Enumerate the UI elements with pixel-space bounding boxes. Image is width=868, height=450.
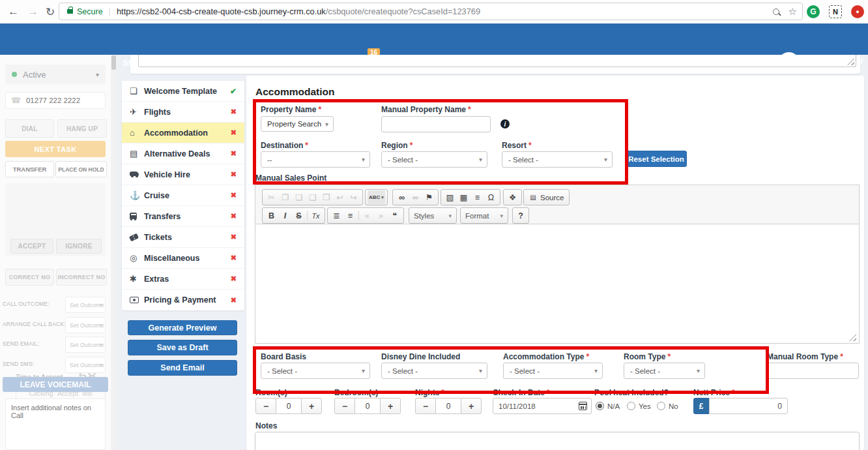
nights-plus-button[interactable]: +	[461, 398, 482, 414]
leave-voicemail-button[interactable]: LEAVE VOICEMAIL	[3, 377, 108, 392]
pool-heat-radio-na[interactable]: N/A	[596, 402, 620, 410]
manual-property-name-input[interactable]	[381, 116, 491, 132]
copy-button[interactable]: ❐	[278, 190, 292, 204]
outdent-button[interactable]: «	[360, 209, 374, 222]
numbered-list-button[interactable]: ≣	[330, 209, 343, 222]
notes-textarea[interactable]	[255, 432, 860, 450]
nav-item-pricing-payment[interactable]: Pricing & Payment ✖	[122, 290, 244, 310]
room-type-select[interactable]: - Select -	[624, 363, 705, 379]
cut-button[interactable]: ✂	[265, 190, 278, 204]
table-icon[interactable]: ▦	[457, 190, 470, 204]
property-name-select[interactable]: Property Search	[261, 116, 334, 132]
nav-item-vehicle-hire[interactable]: Vehicle Hire ✖	[122, 164, 244, 185]
unlink-icon[interactable]: ∞	[409, 190, 422, 204]
nav-item-transfers[interactable]: Transfers ✖	[122, 206, 244, 227]
nav-item-miscellaneous[interactable]: ◎ Miscellaneous ✖	[122, 248, 244, 269]
bedrooms-minus-button[interactable]: −	[334, 398, 355, 414]
special-char-icon[interactable]: Ω	[484, 190, 498, 204]
undo-button[interactable]: ↩	[333, 190, 347, 204]
scrollbar-thumb[interactable]	[111, 55, 116, 70]
remove-format-button[interactable]: Tx	[309, 209, 323, 222]
styles-dropdown[interactable]: Styles	[409, 207, 457, 224]
source-button[interactable]: ▤ Source	[523, 189, 570, 205]
spellcheck-button[interactable]: ABC	[368, 190, 385, 204]
nav-item-accommodation[interactable]: ⌂ Accommodation ✖	[122, 123, 244, 143]
paste-word-button[interactable]: ❒	[319, 190, 333, 204]
destination-select[interactable]: --	[261, 151, 370, 168]
nav-item-welcome-template[interactable]: ❏ Welcome Template ✔	[122, 81, 244, 102]
note-extension-icon[interactable]: N	[829, 5, 842, 18]
save-as-draft-button[interactable]: Save as Draft	[128, 340, 237, 355]
paste-text-button[interactable]: ❑	[306, 190, 319, 204]
blockquote-button[interactable]: ❝	[388, 209, 401, 222]
help-button[interactable]: ?	[512, 207, 529, 224]
incorrect-no-button[interactable]: INCORRECT NO	[56, 269, 107, 286]
resize-handle[interactable]	[847, 58, 854, 65]
italic-button[interactable]: I	[278, 209, 292, 222]
nav-item-alternative-deals[interactable]: ▤ Alternative Deals ✖	[122, 143, 244, 164]
indent-button[interactable]: »	[374, 209, 388, 222]
nav-item-cruise[interactable]: ⚓ Cruise ✖	[122, 185, 244, 206]
place-on-hold-button[interactable]: PLACE ON HOLD	[55, 161, 107, 177]
link-icon[interactable]: ∞	[395, 190, 409, 204]
bookmark-star-icon[interactable]: ☆	[788, 6, 797, 18]
disney-dine-select[interactable]: - Select -	[381, 363, 487, 379]
scrollbar-track[interactable]	[111, 55, 117, 450]
pool-heat-radio-no[interactable]: No	[657, 402, 678, 410]
reset-selection-button[interactable]: Reset Selection	[626, 151, 687, 167]
dial-button[interactable]: DIAL	[5, 119, 54, 138]
manual-room-type-input[interactable]	[767, 363, 859, 379]
info-icon[interactable]: i	[500, 119, 510, 128]
format-dropdown[interactable]: Format	[460, 207, 508, 224]
nav-item-extras[interactable]: ✱ Extras ✖	[122, 269, 244, 290]
accept-button[interactable]: ACCEPT	[10, 239, 53, 254]
region-select[interactable]: - Select -	[381, 151, 487, 168]
send-sms-select[interactable]: Set Outcome	[65, 357, 106, 373]
missing-cross-icon: ✖	[231, 170, 237, 179]
image-icon[interactable]: ▨	[443, 190, 457, 204]
next-task-button[interactable]: NEXT TASK	[5, 141, 106, 157]
bedrooms-plus-button[interactable]: +	[380, 398, 401, 414]
horizontal-rule-icon[interactable]: ≡	[470, 190, 484, 204]
bulleted-list-button[interactable]: ≡	[343, 209, 357, 222]
call-notes-textarea[interactable]	[5, 398, 106, 450]
correct-no-button[interactable]: CORRECT NO	[5, 269, 54, 286]
resort-select[interactable]: - Select -	[502, 151, 613, 168]
agent-status-select[interactable]: Active ▾	[5, 65, 106, 84]
adblock-extension-icon[interactable]: ●	[851, 5, 864, 18]
nett-price-input[interactable]	[709, 398, 788, 414]
zoom-icon[interactable]	[773, 8, 779, 15]
generate-preview-button[interactable]: Generate Preview	[128, 320, 237, 335]
strikethrough-button[interactable]: S	[292, 209, 306, 222]
call-outcome-select[interactable]: Set Outcome	[65, 297, 106, 313]
send-email-select[interactable]: Set Outcome	[65, 337, 106, 353]
accommodation-type-select[interactable]: - Select -	[503, 363, 603, 379]
reload-icon[interactable]: ↻	[46, 5, 55, 19]
transfer-button[interactable]: TRANSFER	[5, 161, 54, 177]
url-bar[interactable]: Secure | https://csb2-004-csb-create-quo…	[59, 3, 803, 20]
check-in-date-input[interactable]	[493, 398, 592, 414]
calendar-icon[interactable]	[579, 402, 587, 410]
nights-minus-button[interactable]: −	[415, 398, 436, 414]
bold-button[interactable]: B	[265, 209, 278, 222]
nav-item-tickets[interactable]: Tickets ✖	[122, 227, 244, 248]
grammarly-extension-icon[interactable]: G	[807, 5, 820, 18]
pool-heat-radio-yes[interactable]: Yes	[627, 402, 651, 410]
paste-button[interactable]: ❏	[292, 190, 306, 204]
nav-item-flights[interactable]: ✈ Flights ✖	[122, 102, 244, 123]
previous-section-textarea[interactable]	[138, 55, 856, 67]
board-basis-select[interactable]: - Select -	[261, 363, 370, 379]
hang-up-button[interactable]: HANG UP	[57, 119, 107, 138]
maximize-icon[interactable]: ❖	[506, 190, 519, 204]
forward-icon[interactable]: →	[27, 5, 38, 18]
rooms-plus-button[interactable]: +	[301, 398, 322, 414]
back-icon[interactable]: ←	[8, 5, 19, 18]
anchor-flag-icon[interactable]: ⚑	[422, 190, 436, 204]
rooms-minus-button[interactable]: −	[255, 398, 276, 414]
ignore-button[interactable]: IGNORE	[56, 239, 102, 254]
redo-button[interactable]: ↪	[347, 190, 360, 204]
arrange-call-back-select[interactable]: Set Outcome	[65, 317, 106, 333]
asterisk-icon: ✱	[130, 274, 144, 284]
phone-input[interactable]	[25, 96, 100, 105]
send-email-button[interactable]: Send Email	[128, 360, 237, 376]
